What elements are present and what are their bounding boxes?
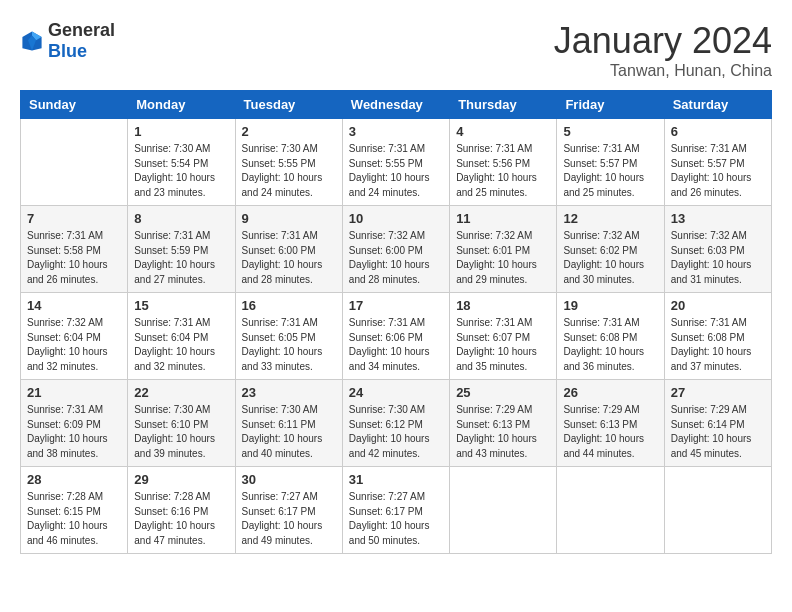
day-cell: 3Sunrise: 7:31 AM Sunset: 5:55 PM Daylig… xyxy=(342,119,449,206)
day-info: Sunrise: 7:31 AM Sunset: 6:07 PM Dayligh… xyxy=(456,316,550,374)
day-info: Sunrise: 7:32 AM Sunset: 6:04 PM Dayligh… xyxy=(27,316,121,374)
day-cell: 13Sunrise: 7:32 AM Sunset: 6:03 PM Dayli… xyxy=(664,206,771,293)
day-number: 28 xyxy=(27,472,121,487)
day-number: 21 xyxy=(27,385,121,400)
day-info: Sunrise: 7:31 AM Sunset: 6:08 PM Dayligh… xyxy=(671,316,765,374)
day-number: 19 xyxy=(563,298,657,313)
day-cell: 21Sunrise: 7:31 AM Sunset: 6:09 PM Dayli… xyxy=(21,380,128,467)
day-cell: 24Sunrise: 7:30 AM Sunset: 6:12 PM Dayli… xyxy=(342,380,449,467)
day-info: Sunrise: 7:31 AM Sunset: 6:08 PM Dayligh… xyxy=(563,316,657,374)
day-info: Sunrise: 7:27 AM Sunset: 6:17 PM Dayligh… xyxy=(242,490,336,548)
day-info: Sunrise: 7:28 AM Sunset: 6:15 PM Dayligh… xyxy=(27,490,121,548)
weekday-header-thursday: Thursday xyxy=(450,91,557,119)
day-cell: 9Sunrise: 7:31 AM Sunset: 6:00 PM Daylig… xyxy=(235,206,342,293)
week-row-1: 1Sunrise: 7:30 AM Sunset: 5:54 PM Daylig… xyxy=(21,119,772,206)
day-number: 13 xyxy=(671,211,765,226)
day-info: Sunrise: 7:31 AM Sunset: 6:06 PM Dayligh… xyxy=(349,316,443,374)
day-cell: 29Sunrise: 7:28 AM Sunset: 6:16 PM Dayli… xyxy=(128,467,235,554)
week-row-4: 21Sunrise: 7:31 AM Sunset: 6:09 PM Dayli… xyxy=(21,380,772,467)
week-row-5: 28Sunrise: 7:28 AM Sunset: 6:15 PM Dayli… xyxy=(21,467,772,554)
day-number: 15 xyxy=(134,298,228,313)
day-number: 6 xyxy=(671,124,765,139)
day-number: 3 xyxy=(349,124,443,139)
day-info: Sunrise: 7:31 AM Sunset: 5:58 PM Dayligh… xyxy=(27,229,121,287)
day-number: 9 xyxy=(242,211,336,226)
day-number: 20 xyxy=(671,298,765,313)
day-number: 29 xyxy=(134,472,228,487)
day-info: Sunrise: 7:27 AM Sunset: 6:17 PM Dayligh… xyxy=(349,490,443,548)
day-number: 31 xyxy=(349,472,443,487)
day-number: 2 xyxy=(242,124,336,139)
day-info: Sunrise: 7:29 AM Sunset: 6:14 PM Dayligh… xyxy=(671,403,765,461)
weekday-header-friday: Friday xyxy=(557,91,664,119)
weekday-header-saturday: Saturday xyxy=(664,91,771,119)
day-number: 11 xyxy=(456,211,550,226)
week-row-3: 14Sunrise: 7:32 AM Sunset: 6:04 PM Dayli… xyxy=(21,293,772,380)
day-cell: 1Sunrise: 7:30 AM Sunset: 5:54 PM Daylig… xyxy=(128,119,235,206)
day-number: 22 xyxy=(134,385,228,400)
day-info: Sunrise: 7:31 AM Sunset: 5:56 PM Dayligh… xyxy=(456,142,550,200)
day-cell: 4Sunrise: 7:31 AM Sunset: 5:56 PM Daylig… xyxy=(450,119,557,206)
title-section: January 2024 Tanwan, Hunan, China xyxy=(554,20,772,80)
day-info: Sunrise: 7:31 AM Sunset: 6:05 PM Dayligh… xyxy=(242,316,336,374)
day-info: Sunrise: 7:30 AM Sunset: 5:55 PM Dayligh… xyxy=(242,142,336,200)
day-number: 8 xyxy=(134,211,228,226)
day-number: 25 xyxy=(456,385,550,400)
day-info: Sunrise: 7:32 AM Sunset: 6:02 PM Dayligh… xyxy=(563,229,657,287)
day-info: Sunrise: 7:31 AM Sunset: 6:09 PM Dayligh… xyxy=(27,403,121,461)
day-info: Sunrise: 7:32 AM Sunset: 6:01 PM Dayligh… xyxy=(456,229,550,287)
day-cell: 19Sunrise: 7:31 AM Sunset: 6:08 PM Dayli… xyxy=(557,293,664,380)
day-number: 1 xyxy=(134,124,228,139)
day-cell: 11Sunrise: 7:32 AM Sunset: 6:01 PM Dayli… xyxy=(450,206,557,293)
day-number: 10 xyxy=(349,211,443,226)
day-info: Sunrise: 7:31 AM Sunset: 5:57 PM Dayligh… xyxy=(671,142,765,200)
day-cell xyxy=(21,119,128,206)
day-number: 4 xyxy=(456,124,550,139)
weekday-header-row: SundayMondayTuesdayWednesdayThursdayFrid… xyxy=(21,91,772,119)
day-info: Sunrise: 7:32 AM Sunset: 6:03 PM Dayligh… xyxy=(671,229,765,287)
day-cell: 5Sunrise: 7:31 AM Sunset: 5:57 PM Daylig… xyxy=(557,119,664,206)
day-info: Sunrise: 7:30 AM Sunset: 6:10 PM Dayligh… xyxy=(134,403,228,461)
day-number: 27 xyxy=(671,385,765,400)
day-info: Sunrise: 7:29 AM Sunset: 6:13 PM Dayligh… xyxy=(456,403,550,461)
day-number: 12 xyxy=(563,211,657,226)
day-number: 30 xyxy=(242,472,336,487)
day-cell: 27Sunrise: 7:29 AM Sunset: 6:14 PM Dayli… xyxy=(664,380,771,467)
logo-blue: Blue xyxy=(48,41,87,61)
location-title: Tanwan, Hunan, China xyxy=(554,62,772,80)
month-title: January 2024 xyxy=(554,20,772,62)
day-cell: 30Sunrise: 7:27 AM Sunset: 6:17 PM Dayli… xyxy=(235,467,342,554)
weekday-header-sunday: Sunday xyxy=(21,91,128,119)
day-cell: 31Sunrise: 7:27 AM Sunset: 6:17 PM Dayli… xyxy=(342,467,449,554)
day-info: Sunrise: 7:31 AM Sunset: 5:57 PM Dayligh… xyxy=(563,142,657,200)
weekday-header-tuesday: Tuesday xyxy=(235,91,342,119)
day-info: Sunrise: 7:31 AM Sunset: 6:00 PM Dayligh… xyxy=(242,229,336,287)
day-info: Sunrise: 7:29 AM Sunset: 6:13 PM Dayligh… xyxy=(563,403,657,461)
day-info: Sunrise: 7:31 AM Sunset: 6:04 PM Dayligh… xyxy=(134,316,228,374)
day-number: 24 xyxy=(349,385,443,400)
day-info: Sunrise: 7:30 AM Sunset: 5:54 PM Dayligh… xyxy=(134,142,228,200)
week-row-2: 7Sunrise: 7:31 AM Sunset: 5:58 PM Daylig… xyxy=(21,206,772,293)
day-number: 16 xyxy=(242,298,336,313)
day-cell: 18Sunrise: 7:31 AM Sunset: 6:07 PM Dayli… xyxy=(450,293,557,380)
day-number: 18 xyxy=(456,298,550,313)
day-cell: 28Sunrise: 7:28 AM Sunset: 6:15 PM Dayli… xyxy=(21,467,128,554)
day-cell: 2Sunrise: 7:30 AM Sunset: 5:55 PM Daylig… xyxy=(235,119,342,206)
day-cell: 14Sunrise: 7:32 AM Sunset: 6:04 PM Dayli… xyxy=(21,293,128,380)
day-cell: 10Sunrise: 7:32 AM Sunset: 6:00 PM Dayli… xyxy=(342,206,449,293)
day-cell: 23Sunrise: 7:30 AM Sunset: 6:11 PM Dayli… xyxy=(235,380,342,467)
day-cell: 6Sunrise: 7:31 AM Sunset: 5:57 PM Daylig… xyxy=(664,119,771,206)
day-cell: 22Sunrise: 7:30 AM Sunset: 6:10 PM Dayli… xyxy=(128,380,235,467)
logo: General Blue xyxy=(20,20,115,62)
day-cell xyxy=(557,467,664,554)
day-info: Sunrise: 7:30 AM Sunset: 6:11 PM Dayligh… xyxy=(242,403,336,461)
day-cell: 25Sunrise: 7:29 AM Sunset: 6:13 PM Dayli… xyxy=(450,380,557,467)
day-cell: 16Sunrise: 7:31 AM Sunset: 6:05 PM Dayli… xyxy=(235,293,342,380)
day-info: Sunrise: 7:31 AM Sunset: 5:59 PM Dayligh… xyxy=(134,229,228,287)
day-number: 7 xyxy=(27,211,121,226)
day-number: 17 xyxy=(349,298,443,313)
day-cell: 20Sunrise: 7:31 AM Sunset: 6:08 PM Dayli… xyxy=(664,293,771,380)
day-cell: 15Sunrise: 7:31 AM Sunset: 6:04 PM Dayli… xyxy=(128,293,235,380)
calendar: SundayMondayTuesdayWednesdayThursdayFrid… xyxy=(20,90,772,554)
day-number: 23 xyxy=(242,385,336,400)
